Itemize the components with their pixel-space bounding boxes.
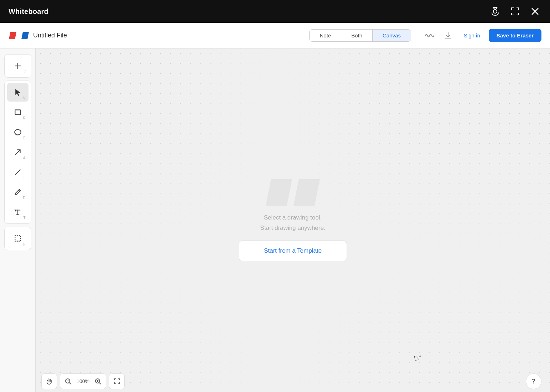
close-button[interactable] xyxy=(529,5,541,18)
ellipse-tool-button[interactable]: O xyxy=(7,123,28,141)
text-icon xyxy=(14,208,22,216)
pencil-icon xyxy=(14,188,22,196)
left-toolbar: / V R O xyxy=(0,48,36,392)
header: Untitled File Note Both Canvas Sign in S… xyxy=(0,23,550,48)
pan-tool-button[interactable] xyxy=(41,373,57,389)
add-icon xyxy=(14,62,22,70)
line-shortcut: L xyxy=(24,176,26,180)
activity-icon xyxy=(425,32,435,40)
frame-icon xyxy=(14,234,22,242)
watermark-shape-left xyxy=(266,179,292,206)
ellipse-icon xyxy=(14,128,22,136)
help-button[interactable]: ? xyxy=(526,373,541,389)
fullscreen-icon xyxy=(510,6,520,16)
add-tool-button[interactable]: / xyxy=(7,57,28,75)
arrow-tool-button[interactable]: A xyxy=(7,143,28,161)
header-right: Sign in Save to Eraser xyxy=(422,29,541,43)
svg-line-13 xyxy=(15,170,20,174)
rect-icon xyxy=(14,108,22,116)
select-shortcut: V xyxy=(23,96,26,100)
eraser-logo xyxy=(9,31,30,41)
watermark-shape-right xyxy=(294,179,320,206)
pan-icon xyxy=(45,377,53,385)
canvas-placeholder: Select a drawing tool. Start drawing any… xyxy=(239,179,347,261)
eraser-watermark xyxy=(266,179,320,206)
sign-in-button[interactable]: Sign in xyxy=(460,30,484,41)
svg-point-0 xyxy=(493,10,497,13)
line-tool-button[interactable]: L xyxy=(7,163,28,181)
canvas-hint-text: Select a drawing tool. Start drawing any… xyxy=(260,213,325,233)
titlebar-controls xyxy=(489,5,541,18)
rect-tool-button[interactable]: R xyxy=(7,103,28,122)
activity-button[interactable] xyxy=(422,29,437,43)
fullscreen-button[interactable] xyxy=(509,5,522,18)
svg-line-14 xyxy=(19,190,20,191)
download-button[interactable] xyxy=(441,29,455,43)
rect-shortcut: R xyxy=(23,116,25,120)
titlebar: Whiteboard xyxy=(0,0,550,23)
svg-line-12 xyxy=(15,150,20,154)
main-content: / V R O xyxy=(0,48,550,392)
canvas-area[interactable]: Select a drawing tool. Start drawing any… xyxy=(36,48,550,392)
close-icon xyxy=(530,6,540,16)
arrow-shortcut: A xyxy=(23,156,26,160)
draw-tool-button[interactable]: D xyxy=(7,183,28,201)
logo-blue-shape xyxy=(20,31,30,41)
text-shortcut: T xyxy=(23,216,25,220)
share-button[interactable] xyxy=(489,5,502,18)
select-tool-button[interactable]: V xyxy=(7,83,28,102)
ellipse-shortcut: O xyxy=(23,136,26,140)
frame-shortcut: F xyxy=(23,242,25,246)
svg-marker-7 xyxy=(21,32,29,39)
download-icon xyxy=(444,31,452,40)
zoom-in-icon xyxy=(95,378,101,385)
logo-red-shape xyxy=(9,31,19,41)
bottom-bar: 100% xyxy=(36,371,550,392)
file-title: Untitled File xyxy=(33,32,67,39)
line-icon xyxy=(14,168,22,176)
svg-line-21 xyxy=(69,383,71,384)
draw-shortcut: D xyxy=(23,196,25,200)
toolbar-group-draw: V R O A xyxy=(4,81,31,224)
template-button[interactable]: Start from a Template xyxy=(239,241,347,261)
zoom-value: 100% xyxy=(75,378,91,384)
tab-note[interactable]: Note xyxy=(310,30,341,41)
toolbar-group-frame: F xyxy=(4,227,31,250)
share-icon xyxy=(490,6,500,16)
logo-area: Untitled File xyxy=(9,31,67,41)
arrow-icon xyxy=(14,148,22,156)
frame-tool-button[interactable]: F xyxy=(7,229,28,248)
svg-rect-10 xyxy=(15,110,20,114)
tab-canvas[interactable]: Canvas xyxy=(373,30,411,41)
svg-point-11 xyxy=(15,129,21,135)
svg-line-25 xyxy=(99,383,101,384)
text-tool-button[interactable]: T xyxy=(7,203,28,221)
fit-view-icon xyxy=(113,378,120,385)
save-to-eraser-button[interactable]: Save to Eraser xyxy=(489,29,541,42)
zoom-out-button[interactable] xyxy=(63,376,73,386)
add-shortcut: / xyxy=(25,70,26,74)
titlebar-title: Whiteboard xyxy=(9,7,48,16)
view-tabs: Note Both Canvas xyxy=(309,29,411,42)
svg-marker-6 xyxy=(9,32,16,39)
toolbar-group-add: / xyxy=(4,54,31,78)
svg-rect-18 xyxy=(15,236,20,241)
tab-both[interactable]: Both xyxy=(341,30,373,41)
zoom-in-button[interactable] xyxy=(93,376,103,386)
select-icon xyxy=(14,88,22,96)
zoom-group: 100% xyxy=(60,373,106,389)
fit-view-button[interactable] xyxy=(109,373,125,389)
zoom-out-icon xyxy=(65,378,71,385)
